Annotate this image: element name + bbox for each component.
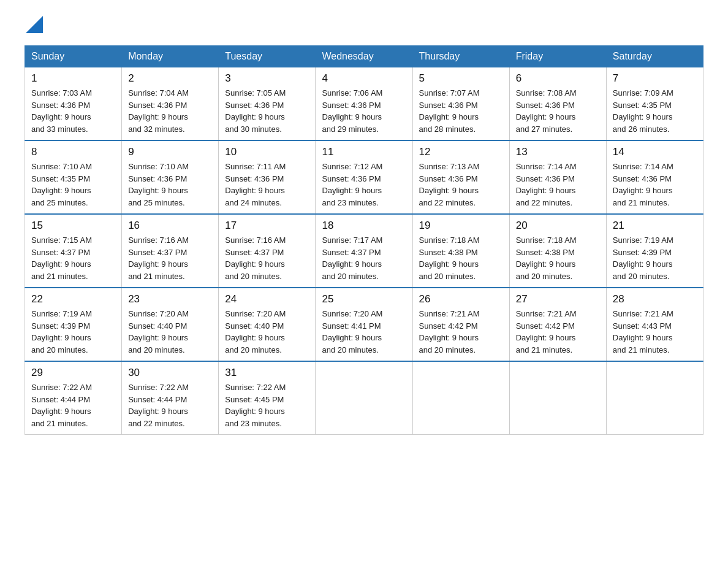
- day-number: 29: [31, 367, 115, 379]
- day-number: 24: [225, 293, 309, 305]
- day-number: 21: [613, 220, 697, 232]
- day-info: Sunrise: 7:16 AMSunset: 4:37 PMDaylight:…: [225, 236, 286, 281]
- day-number: 15: [31, 220, 115, 232]
- calendar-table: SundayMondayTuesdayWednesdayThursdayFrid…: [25, 45, 703, 435]
- calendar-cell: 18 Sunrise: 7:17 AMSunset: 4:37 PMDaylig…: [316, 214, 412, 288]
- day-number: 19: [419, 220, 503, 232]
- calendar-cell: 22 Sunrise: 7:19 AMSunset: 4:39 PMDaylig…: [25, 288, 122, 361]
- day-info: Sunrise: 7:05 AMSunset: 4:36 PMDaylight:…: [225, 88, 286, 134]
- day-info: Sunrise: 7:18 AMSunset: 4:38 PMDaylight:…: [419, 236, 480, 281]
- day-info: Sunrise: 7:08 AMSunset: 4:36 PMDaylight:…: [516, 88, 577, 134]
- day-info: Sunrise: 7:20 AMSunset: 4:41 PMDaylight:…: [322, 309, 382, 354]
- day-info: Sunrise: 7:20 AMSunset: 4:40 PMDaylight:…: [128, 309, 189, 354]
- page-header: [25, 18, 703, 33]
- day-number: 11: [322, 146, 406, 158]
- column-header-monday: Monday: [122, 46, 219, 67]
- calendar-cell: 29 Sunrise: 7:22 AMSunset: 4:44 PMDaylig…: [25, 361, 122, 435]
- day-number: 4: [322, 72, 406, 85]
- column-header-saturday: Saturday: [606, 46, 703, 67]
- day-info: Sunrise: 7:13 AMSunset: 4:36 PMDaylight:…: [419, 162, 480, 207]
- calendar-cell: 8 Sunrise: 7:10 AMSunset: 4:35 PMDayligh…: [25, 140, 122, 214]
- day-info: Sunrise: 7:14 AMSunset: 4:36 PMDaylight:…: [516, 162, 577, 207]
- day-number: 5: [419, 72, 503, 85]
- day-info: Sunrise: 7:18 AMSunset: 4:38 PMDaylight:…: [516, 236, 577, 281]
- day-number: 20: [516, 220, 600, 232]
- calendar-cell: 14 Sunrise: 7:14 AMSunset: 4:36 PMDaylig…: [606, 140, 703, 214]
- day-info: Sunrise: 7:14 AMSunset: 4:36 PMDaylight:…: [613, 162, 673, 207]
- calendar-cell: 11 Sunrise: 7:12 AMSunset: 4:36 PMDaylig…: [316, 140, 412, 214]
- day-info: Sunrise: 7:19 AMSunset: 4:39 PMDaylight:…: [613, 236, 673, 281]
- day-number: 16: [128, 220, 212, 232]
- day-number: 6: [516, 72, 600, 85]
- day-number: 31: [225, 367, 309, 379]
- day-info: Sunrise: 7:22 AMSunset: 4:45 PMDaylight:…: [225, 383, 286, 428]
- day-info: Sunrise: 7:21 AMSunset: 4:42 PMDaylight:…: [419, 309, 480, 354]
- column-header-sunday: Sunday: [25, 46, 122, 67]
- day-info: Sunrise: 7:06 AMSunset: 4:36 PMDaylight:…: [322, 88, 382, 134]
- calendar-week-row: 22 Sunrise: 7:19 AMSunset: 4:39 PMDaylig…: [25, 288, 703, 361]
- day-info: Sunrise: 7:16 AMSunset: 4:37 PMDaylight:…: [128, 236, 189, 281]
- day-number: 10: [225, 146, 309, 158]
- column-header-wednesday: Wednesday: [316, 46, 412, 67]
- calendar-cell: 19 Sunrise: 7:18 AMSunset: 4:38 PMDaylig…: [412, 214, 509, 288]
- day-info: Sunrise: 7:10 AMSunset: 4:36 PMDaylight:…: [128, 162, 189, 207]
- day-number: 3: [225, 72, 309, 85]
- calendar-cell: 2 Sunrise: 7:04 AMSunset: 4:36 PMDayligh…: [122, 67, 219, 141]
- calendar-cell: 9 Sunrise: 7:10 AMSunset: 4:36 PMDayligh…: [122, 140, 219, 214]
- day-info: Sunrise: 7:19 AMSunset: 4:39 PMDaylight:…: [31, 309, 92, 354]
- calendar-header-row: SundayMondayTuesdayWednesdayThursdayFrid…: [25, 46, 703, 67]
- day-number: 30: [128, 367, 212, 379]
- day-number: 14: [613, 146, 697, 158]
- calendar-cell: 30 Sunrise: 7:22 AMSunset: 4:44 PMDaylig…: [122, 361, 219, 435]
- day-info: Sunrise: 7:22 AMSunset: 4:44 PMDaylight:…: [128, 383, 189, 428]
- day-info: Sunrise: 7:03 AMSunset: 4:36 PMDaylight:…: [31, 88, 92, 134]
- column-header-friday: Friday: [509, 46, 606, 67]
- day-number: 27: [516, 293, 600, 305]
- calendar-cell: 17 Sunrise: 7:16 AMSunset: 4:37 PMDaylig…: [219, 214, 316, 288]
- day-info: Sunrise: 7:21 AMSunset: 4:42 PMDaylight:…: [516, 309, 577, 354]
- calendar-cell: [606, 361, 703, 435]
- day-number: 7: [613, 72, 697, 85]
- calendar-cell: 4 Sunrise: 7:06 AMSunset: 4:36 PMDayligh…: [316, 67, 412, 141]
- calendar-cell: [316, 361, 412, 435]
- calendar-cell: 23 Sunrise: 7:20 AMSunset: 4:40 PMDaylig…: [122, 288, 219, 361]
- day-number: 2: [128, 72, 212, 85]
- calendar-cell: 12 Sunrise: 7:13 AMSunset: 4:36 PMDaylig…: [412, 140, 509, 214]
- calendar-cell: 26 Sunrise: 7:21 AMSunset: 4:42 PMDaylig…: [412, 288, 509, 361]
- calendar-cell: 13 Sunrise: 7:14 AMSunset: 4:36 PMDaylig…: [509, 140, 606, 214]
- day-info: Sunrise: 7:20 AMSunset: 4:40 PMDaylight:…: [225, 309, 286, 354]
- column-header-tuesday: Tuesday: [219, 46, 316, 67]
- calendar-cell: 10 Sunrise: 7:11 AMSunset: 4:36 PMDaylig…: [219, 140, 316, 214]
- calendar-cell: 16 Sunrise: 7:16 AMSunset: 4:37 PMDaylig…: [122, 214, 219, 288]
- logo-triangle-icon: [26, 16, 43, 33]
- svg-marker-0: [26, 16, 43, 33]
- calendar-cell: 3 Sunrise: 7:05 AMSunset: 4:36 PMDayligh…: [219, 67, 316, 141]
- column-header-thursday: Thursday: [412, 46, 509, 67]
- calendar-cell: 7 Sunrise: 7:09 AMSunset: 4:35 PMDayligh…: [606, 67, 703, 141]
- calendar-cell: 6 Sunrise: 7:08 AMSunset: 4:36 PMDayligh…: [509, 67, 606, 141]
- calendar-cell: 27 Sunrise: 7:21 AMSunset: 4:42 PMDaylig…: [509, 288, 606, 361]
- day-info: Sunrise: 7:10 AMSunset: 4:35 PMDaylight:…: [31, 162, 92, 207]
- calendar-cell: 21 Sunrise: 7:19 AMSunset: 4:39 PMDaylig…: [606, 214, 703, 288]
- day-number: 9: [128, 146, 212, 158]
- day-number: 1: [31, 72, 115, 85]
- day-info: Sunrise: 7:07 AMSunset: 4:36 PMDaylight:…: [419, 88, 480, 134]
- calendar-cell: 31 Sunrise: 7:22 AMSunset: 4:45 PMDaylig…: [219, 361, 316, 435]
- day-info: Sunrise: 7:22 AMSunset: 4:44 PMDaylight:…: [31, 383, 92, 428]
- logo: [25, 18, 43, 33]
- calendar-week-row: 29 Sunrise: 7:22 AMSunset: 4:44 PMDaylig…: [25, 361, 703, 435]
- calendar-week-row: 15 Sunrise: 7:15 AMSunset: 4:37 PMDaylig…: [25, 214, 703, 288]
- day-number: 26: [419, 293, 503, 305]
- day-number: 23: [128, 293, 212, 305]
- calendar-cell: 15 Sunrise: 7:15 AMSunset: 4:37 PMDaylig…: [25, 214, 122, 288]
- day-number: 25: [322, 293, 406, 305]
- day-number: 17: [225, 220, 309, 232]
- day-number: 13: [516, 146, 600, 158]
- day-number: 8: [31, 146, 115, 158]
- day-info: Sunrise: 7:09 AMSunset: 4:35 PMDaylight:…: [613, 88, 673, 134]
- calendar-cell: 25 Sunrise: 7:20 AMSunset: 4:41 PMDaylig…: [316, 288, 412, 361]
- calendar-cell: 1 Sunrise: 7:03 AMSunset: 4:36 PMDayligh…: [25, 67, 122, 141]
- calendar-week-row: 8 Sunrise: 7:10 AMSunset: 4:35 PMDayligh…: [25, 140, 703, 214]
- calendar-cell: 28 Sunrise: 7:21 AMSunset: 4:43 PMDaylig…: [606, 288, 703, 361]
- day-info: Sunrise: 7:17 AMSunset: 4:37 PMDaylight:…: [322, 236, 382, 281]
